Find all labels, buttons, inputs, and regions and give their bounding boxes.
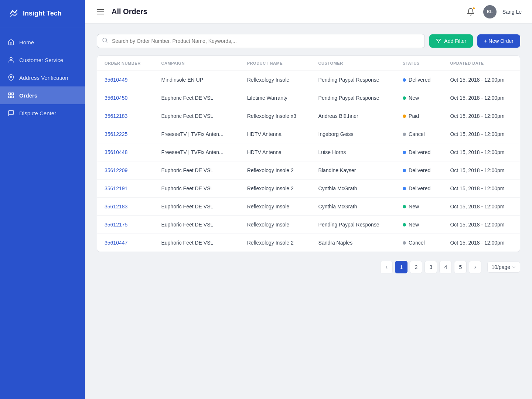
customer-cell: Ingeborg Geiss xyxy=(311,125,396,143)
sidebar-item-label: Address Verification xyxy=(19,75,68,81)
header: All Orders KL Sang Le xyxy=(85,0,532,24)
status-cell: Cancel xyxy=(395,234,443,252)
order-number-cell: 35612209 xyxy=(97,161,154,180)
status-dot xyxy=(403,223,406,226)
updated-date-cell: Oct 15, 2018 - 12:00pm xyxy=(443,71,520,89)
status-label: Delivered xyxy=(409,77,430,83)
orders-table: ORDER NUMBER CAMPAIGN PRODUCT NAME CUSTO… xyxy=(97,56,520,252)
table-header-row: ORDER NUMBER CAMPAIGN PRODUCT NAME CUSTO… xyxy=(97,56,520,71)
dispute-icon xyxy=(7,109,15,117)
order-link[interactable]: 35610448 xyxy=(105,149,127,155)
status-cell: Delivered xyxy=(395,161,443,180)
table-row: 35612225 FreeseeTV | TVFix Anten... HDTV… xyxy=(97,125,520,143)
page-title: All Orders xyxy=(112,7,458,16)
page-5-button[interactable]: 5 xyxy=(454,261,467,273)
order-link[interactable]: 35612183 xyxy=(105,204,127,209)
order-link[interactable]: 35612225 xyxy=(105,131,127,137)
campaign-cell: Euphoric Feet DE VSL xyxy=(154,107,239,125)
product-name-cell: Lifetime Warranty xyxy=(240,89,311,107)
add-filter-label: Add Filter xyxy=(444,38,466,44)
add-filter-button[interactable]: Add Filter xyxy=(429,34,473,48)
orders-table-container: ORDER NUMBER CAMPAIGN PRODUCT NAME CUSTO… xyxy=(97,55,520,252)
hamburger-line xyxy=(97,14,104,14)
menu-toggle-button[interactable] xyxy=(95,8,106,16)
product-name-cell: Reflexology Insole 2 xyxy=(240,161,311,180)
customer-cell: Andreas Blüthner xyxy=(311,107,396,125)
status-badge: New xyxy=(403,204,435,209)
table-row: 35610447 Euphoric Feet DE VSL Reflexolog… xyxy=(97,234,520,252)
status-dot xyxy=(403,78,406,82)
order-link[interactable]: 35612209 xyxy=(105,167,127,173)
status-dot xyxy=(403,115,406,118)
logo-area[interactable]: Insight Tech xyxy=(0,0,85,27)
hamburger-line xyxy=(97,9,104,10)
order-number-cell: 35610447 xyxy=(97,234,154,252)
sidebar-item-label: Orders xyxy=(19,92,37,99)
status-dot xyxy=(403,133,406,136)
order-number-cell: 35612175 xyxy=(97,216,154,234)
order-link[interactable]: 35612183 xyxy=(105,113,127,119)
col-status: STATUS xyxy=(395,56,443,71)
updated-date-cell: Oct 15, 2018 - 12:00pm xyxy=(443,143,520,161)
status-cell: Paid xyxy=(395,107,443,125)
order-link[interactable]: 35612175 xyxy=(105,222,127,228)
order-link[interactable]: 35610450 xyxy=(105,95,127,101)
status-badge: Paid xyxy=(403,113,435,119)
status-dot xyxy=(403,169,406,172)
page-1-button[interactable]: 1 xyxy=(395,261,407,273)
sidebar-item-address-verification[interactable]: Address Verification xyxy=(0,69,85,86)
status-cell: New xyxy=(395,216,443,234)
page-3-button[interactable]: 3 xyxy=(424,261,437,273)
nav-menu: Home Customer Service Address Verificati… xyxy=(0,27,85,128)
status-badge: Delivered xyxy=(403,185,435,191)
updated-date-cell: Oct 15, 2018 - 12:00pm xyxy=(443,180,520,198)
hamburger-line xyxy=(97,11,104,12)
user-name: Sang Le xyxy=(502,9,522,15)
sidebar-item-home[interactable]: Home xyxy=(0,33,85,51)
status-dot xyxy=(403,151,406,154)
customer-cell: Cynthia McGrath xyxy=(311,180,396,198)
page-4-button[interactable]: 4 xyxy=(439,261,452,273)
order-link[interactable]: 35610447 xyxy=(105,240,127,246)
sidebar-item-dispute-center[interactable]: Dispute Center xyxy=(0,104,85,122)
customer-cell: Pending Paypal Response xyxy=(311,71,396,89)
status-cell: Delivered xyxy=(395,180,443,198)
order-link[interactable]: 35610449 xyxy=(105,77,127,83)
sidebar: Insight Tech Home Customer Service xyxy=(0,0,85,399)
product-name-cell: HDTV Antenna xyxy=(240,125,311,143)
customer-cell: Luise Horns xyxy=(311,143,396,161)
search-icon xyxy=(102,37,108,45)
customer-cell: Pending Paypal Response xyxy=(311,89,396,107)
status-cell: Delivered xyxy=(395,71,443,89)
product-name-cell: Reflexology Insole xyxy=(240,198,311,216)
content-area: Add Filter + New Order ORDER NUMBER CAMP… xyxy=(85,24,532,399)
notification-button[interactable] xyxy=(464,5,477,18)
page-2-button[interactable]: 2 xyxy=(410,261,422,273)
next-page-button[interactable]: › xyxy=(469,261,481,273)
status-badge: Delivered xyxy=(403,77,435,83)
svg-marker-8 xyxy=(436,39,441,43)
sidebar-item-customer-service[interactable]: Customer Service xyxy=(0,51,85,69)
order-link[interactable]: 35612191 xyxy=(105,185,127,191)
status-label: Cancel xyxy=(409,131,425,137)
campaign-cell: Euphoric Feet DE VSL xyxy=(154,180,239,198)
per-page-select[interactable]: 10/page xyxy=(487,262,520,273)
updated-date-cell: Oct 15, 2018 - 12:00pm xyxy=(443,216,520,234)
new-order-button[interactable]: + New Order xyxy=(477,34,520,48)
campaign-cell: Euphoric Feet DE VSL xyxy=(154,161,239,180)
table-row: 35612183 Euphoric Feet DE VSL Reflexolog… xyxy=(97,107,520,125)
customer-service-icon xyxy=(7,56,15,64)
product-name-cell: Reflexology Insole 2 xyxy=(240,234,311,252)
prev-page-button[interactable]: ‹ xyxy=(380,261,393,273)
status-badge: Delivered xyxy=(403,149,435,155)
status-badge: Cancel xyxy=(403,131,435,137)
updated-date-cell: Oct 15, 2018 - 12:00pm xyxy=(443,234,520,252)
status-dot xyxy=(403,241,406,245)
sidebar-item-orders[interactable]: Orders xyxy=(0,86,85,104)
table-row: 35612175 Euphoric Feet DE VSL Reflexolog… xyxy=(97,216,520,234)
search-input[interactable] xyxy=(97,34,425,48)
customer-cell: Cynthia McGrath xyxy=(311,198,396,216)
status-cell: Cancel xyxy=(395,125,443,143)
status-cell: New xyxy=(395,198,443,216)
main-area: All Orders KL Sang Le xyxy=(85,0,532,399)
